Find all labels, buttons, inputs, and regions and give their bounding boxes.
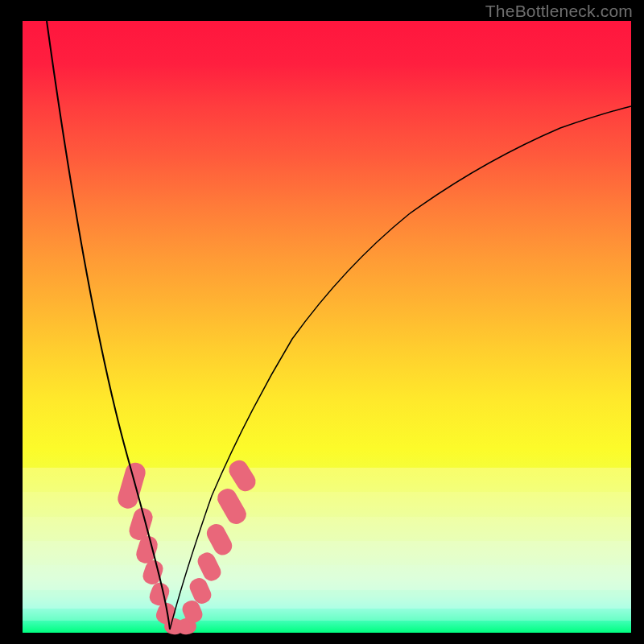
- right-curve: [170, 106, 631, 630]
- curve-layer: [23, 21, 631, 633]
- svg-rect-0: [115, 460, 147, 511]
- plot-area: [23, 21, 631, 633]
- watermark-text: TheBottleneck.com: [485, 2, 633, 21]
- svg-rect-13: [225, 457, 259, 495]
- svg-rect-12: [214, 485, 250, 527]
- bead-group: [115, 457, 258, 636]
- svg-rect-11: [204, 521, 235, 558]
